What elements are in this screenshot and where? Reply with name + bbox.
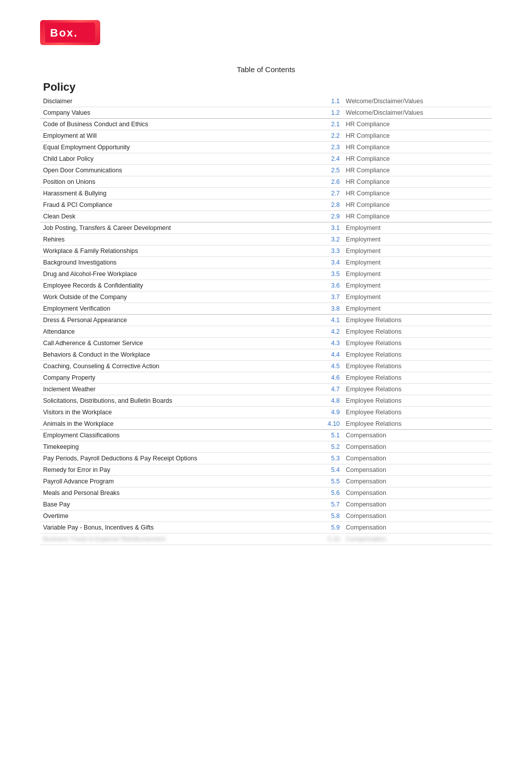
table-row: Payroll Advance Program5.5Compensation	[40, 476, 492, 487]
policy-number: 4.7	[289, 384, 343, 395]
policy-category: Welcome/Disclaimer/Values	[343, 107, 492, 119]
policy-number: 2.5	[289, 165, 343, 176]
table-row: Meals and Personal Breaks5.6Compensation	[40, 487, 492, 499]
policy-category: HR Compliance	[343, 153, 492, 165]
policy-category: Employee Relations	[343, 395, 492, 407]
policy-number: 5.9	[289, 522, 343, 534]
policy-category: Employee Relations	[343, 361, 492, 372]
policy-number: 5.7	[289, 499, 343, 510]
policy-number: 3.1	[289, 222, 343, 234]
table-row: Visitors in the Workplace4.9Employee Rel…	[40, 407, 492, 418]
policy-category: HR Compliance	[343, 142, 492, 153]
policy-header-row: Policy	[40, 79, 492, 96]
policy-name: Company Values	[40, 107, 289, 119]
table-row: Background Investigations3.4Employment	[40, 257, 492, 269]
policy-number: 1.1	[289, 96, 343, 107]
policy-number: 3.6	[289, 280, 343, 292]
policy-name: Payroll Advance Program	[40, 476, 289, 487]
policy-category: Compensation	[343, 453, 492, 464]
policy-number: 1.2	[289, 107, 343, 119]
policy-name: Overtime	[40, 510, 289, 522]
policy-name: Remedy for Error in Pay	[40, 464, 289, 476]
policy-name: Employment Classifications	[40, 430, 289, 441]
table-row: Inclement Weather4.7Employee Relations	[40, 384, 492, 395]
svg-text:Box.: Box.	[50, 27, 78, 39]
policy-name: Behaviors & Conduct in the Workplace	[40, 349, 289, 361]
policy-category: HR Compliance	[343, 188, 492, 199]
table-row: Position on Unions2.6HR Compliance	[40, 176, 492, 188]
policy-name: Dress & Personal Appearance	[40, 315, 289, 326]
policy-number: 2.6	[289, 176, 343, 188]
company-logo: Box.	[40, 20, 100, 45]
policy-category: Employment	[343, 303, 492, 315]
table-row: Disclaimer1.1Welcome/Disclaimer/Values	[40, 96, 492, 107]
policy-number: 2.8	[289, 199, 343, 211]
table-row: Clean Desk2.9HR Compliance	[40, 211, 492, 222]
policy-name: Business Travel & Expense Reimbursement	[40, 534, 289, 545]
policy-name: Equal Employment Opportunity	[40, 142, 289, 153]
policy-name: Company Property	[40, 372, 289, 384]
table-row: Call Adherence & Customer Service4.3Empl…	[40, 338, 492, 349]
table-row: Work Outside of the Company3.7Employment	[40, 292, 492, 303]
policy-category: HR Compliance	[343, 176, 492, 188]
table-row: Workplace & Family Relationships3.3Emplo…	[40, 245, 492, 257]
policy-name: Fraud & PCI Compliance	[40, 199, 289, 211]
table-row: Employee Records & Confidentiality3.6Emp…	[40, 280, 492, 292]
policy-number: 5.6	[289, 487, 343, 499]
policy-number: 5.2	[289, 441, 343, 453]
policy-number: 5.8	[289, 510, 343, 522]
policy-category: Employment	[343, 245, 492, 257]
policy-name: Animals in the Workplace	[40, 418, 289, 430]
policy-category: Employee Relations	[343, 372, 492, 384]
table-row: Fraud & PCI Compliance2.8HR Compliance	[40, 199, 492, 211]
policy-number: 4.5	[289, 361, 343, 372]
logo-area: Box.	[40, 20, 492, 45]
policy-number: 3.5	[289, 269, 343, 280]
policy-name: Variable Pay - Bonus, Incentives & Gifts	[40, 522, 289, 534]
policy-number: 4.1	[289, 315, 343, 326]
policy-category: Compensation	[343, 487, 492, 499]
policy-number: 2.3	[289, 142, 343, 153]
table-row: Equal Employment Opportunity2.3HR Compli…	[40, 142, 492, 153]
policy-name: Disclaimer	[40, 96, 289, 107]
policy-category: Employment	[343, 257, 492, 269]
policy-number: 5.5	[289, 476, 343, 487]
table-row: Job Posting, Transfers & Career Developm…	[40, 222, 492, 234]
policy-category: Compensation	[343, 441, 492, 453]
policy-number: 5.4	[289, 464, 343, 476]
policy-name: Solicitations, Distributions, and Bullet…	[40, 395, 289, 407]
table-row: Employment at Will2.2HR Compliance	[40, 130, 492, 142]
policy-name: Coaching, Counseling & Corrective Action	[40, 361, 289, 372]
policy-number: 2.1	[289, 119, 343, 130]
policy-category: Employee Relations	[343, 349, 492, 361]
table-row: Coaching, Counseling & Corrective Action…	[40, 361, 492, 372]
policy-category: HR Compliance	[343, 199, 492, 211]
policy-name: Drug and Alcohol-Free Workplace	[40, 269, 289, 280]
policy-name: Meals and Personal Breaks	[40, 487, 289, 499]
policy-name: Call Adherence & Customer Service	[40, 338, 289, 349]
policy-category: HR Compliance	[343, 165, 492, 176]
table-row: Animals in the Workplace4.10Employee Rel…	[40, 418, 492, 430]
toc-title: Table of Contents	[40, 65, 492, 74]
policy-number: 4.6	[289, 372, 343, 384]
policy-category: Employee Relations	[343, 384, 492, 395]
table-row: Company Values1.2Welcome/Disclaimer/Valu…	[40, 107, 492, 119]
policy-name: Employment at Will	[40, 130, 289, 142]
policy-number: 3.3	[289, 245, 343, 257]
policy-number: 3.2	[289, 234, 343, 245]
policy-number: 2.7	[289, 188, 343, 199]
policy-number: 4.2	[289, 326, 343, 338]
policy-category: Employee Relations	[343, 418, 492, 430]
table-row: Employment Verification3.8Employment	[40, 303, 492, 315]
table-row: Employment Classifications5.1Compensatio…	[40, 430, 492, 441]
policy-name: Employment Verification	[40, 303, 289, 315]
table-row: Timekeeping5.2Compensation	[40, 441, 492, 453]
policy-name: Job Posting, Transfers & Career Developm…	[40, 222, 289, 234]
policy-name: Clean Desk	[40, 211, 289, 222]
policy-category: Employment	[343, 292, 492, 303]
policy-name: Position on Unions	[40, 176, 289, 188]
policy-name: Rehires	[40, 234, 289, 245]
table-row: Solicitations, Distributions, and Bullet…	[40, 395, 492, 407]
policy-number: 5.1	[289, 430, 343, 441]
policy-category: Compensation	[343, 522, 492, 534]
